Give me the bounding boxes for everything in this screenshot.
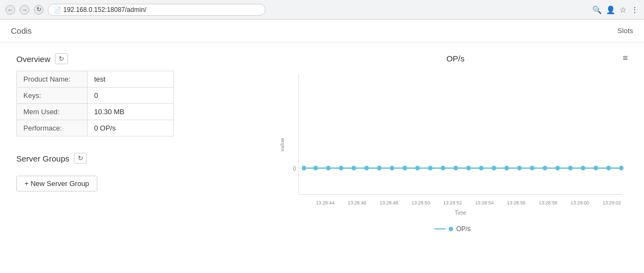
- chart-title: OP/s: [288, 54, 623, 63]
- svg-point-16: [441, 166, 445, 171]
- svg-point-19: [479, 166, 484, 171]
- svg-point-10: [364, 166, 369, 171]
- svg-text:13:28:50: 13:28:50: [411, 200, 430, 205]
- brand-label: Codis: [11, 26, 32, 35]
- browser-icons: 🔍 👤 ☆ ⋮: [592, 5, 639, 14]
- overview-table: Product Name: test Keys: 0 Mem Used: 10.…: [16, 71, 174, 136]
- svg-point-24: [543, 166, 547, 171]
- legend-line: [435, 228, 445, 229]
- svg-point-9: [352, 166, 356, 171]
- svg-point-11: [377, 166, 381, 171]
- svg-point-21: [505, 166, 509, 171]
- svg-text:13:29:00: 13:29:00: [571, 200, 589, 205]
- server-groups-section: Server Groups ↻ + New Server Group: [16, 153, 256, 191]
- chart-container: value 0: [277, 69, 628, 221]
- table-row: Performace: 0 OP/s: [17, 120, 174, 136]
- overview-refresh-button[interactable]: ↻: [55, 53, 68, 64]
- svg-text:value: value: [279, 138, 284, 152]
- more-icon[interactable]: ⋮: [631, 5, 639, 14]
- row-value: 10.30 MB: [88, 104, 174, 120]
- url-text: 📄 192.168.0.152:18087/admin/: [54, 6, 146, 14]
- svg-point-8: [339, 166, 343, 171]
- svg-text:Time: Time: [455, 210, 467, 216]
- overview-title: Overview: [16, 54, 51, 64]
- forward-button[interactable]: →: [20, 5, 29, 15]
- svg-point-18: [466, 166, 470, 171]
- svg-point-23: [530, 166, 534, 171]
- user-icon[interactable]: 👤: [606, 5, 615, 14]
- table-row: Keys: 0: [17, 88, 174, 104]
- svg-text:13:28:52: 13:28:52: [443, 200, 462, 205]
- svg-point-28: [594, 166, 598, 171]
- svg-point-15: [428, 166, 432, 171]
- svg-text:13:28:56: 13:28:56: [507, 200, 525, 205]
- row-label: Mem Used:: [17, 104, 88, 120]
- legend-label: OP/s: [456, 225, 471, 233]
- svg-point-25: [555, 166, 560, 171]
- svg-point-22: [517, 166, 522, 171]
- svg-text:13:28:46: 13:28:46: [348, 200, 366, 205]
- main-content: Overview ↻ Product Name: test Keys: 0 Me…: [0, 42, 644, 244]
- row-value: 0: [88, 88, 174, 104]
- svg-point-14: [416, 166, 420, 171]
- svg-point-12: [390, 166, 394, 171]
- chart-header: OP/s ≡: [277, 53, 628, 63]
- server-groups-title: Server Groups: [16, 154, 70, 163]
- chart-legend: OP/s: [277, 225, 628, 233]
- browser-bar: ← → ↻ 📄 192.168.0.152:18087/admin/ 🔍 👤 ☆…: [0, 0, 644, 20]
- star-icon[interactable]: ☆: [620, 5, 627, 14]
- svg-text:13:28:48: 13:28:48: [380, 200, 398, 205]
- svg-point-13: [403, 166, 407, 171]
- zoom-icon[interactable]: 🔍: [592, 5, 602, 14]
- svg-text:13:28:58: 13:28:58: [539, 200, 558, 205]
- legend-dot: [449, 227, 453, 231]
- svg-text:13:29:02: 13:29:02: [603, 200, 621, 205]
- svg-point-20: [492, 166, 496, 171]
- slots-link[interactable]: Slots: [617, 27, 633, 35]
- top-nav: Codis Slots: [0, 20, 644, 42]
- svg-point-30: [619, 166, 623, 171]
- svg-point-27: [581, 166, 585, 171]
- new-server-group-button[interactable]: + New Server Group: [16, 176, 97, 191]
- chart-svg: value 0: [277, 69, 628, 221]
- row-value: 0 OP/s: [88, 120, 174, 136]
- table-row: Product Name: test: [17, 71, 174, 88]
- url-bar[interactable]: 📄 192.168.0.152:18087/admin/: [48, 4, 265, 16]
- server-groups-header: Server Groups ↻: [16, 153, 256, 164]
- svg-point-26: [568, 166, 573, 171]
- right-panel: OP/s ≡ value 0: [277, 53, 628, 233]
- svg-point-6: [313, 166, 318, 171]
- row-value: test: [88, 71, 174, 88]
- row-label: Performace:: [17, 120, 88, 136]
- left-panel: Overview ↻ Product Name: test Keys: 0 Me…: [16, 53, 256, 233]
- refresh-button[interactable]: ↻: [34, 5, 44, 15]
- svg-point-5: [302, 166, 306, 171]
- overview-header: Overview ↻: [16, 53, 256, 64]
- svg-text:13:28:54: 13:28:54: [475, 200, 493, 205]
- svg-point-29: [606, 166, 611, 171]
- chart-menu-icon[interactable]: ≡: [623, 53, 628, 63]
- server-groups-refresh-button[interactable]: ↻: [74, 153, 87, 164]
- svg-text:0: 0: [293, 166, 296, 172]
- back-button[interactable]: ←: [5, 5, 15, 15]
- row-label: Product Name:: [17, 71, 88, 88]
- svg-point-7: [326, 166, 331, 171]
- row-label: Keys:: [17, 88, 88, 104]
- table-row: Mem Used: 10.30 MB: [17, 104, 174, 120]
- svg-text:13:28:44: 13:28:44: [316, 200, 335, 205]
- svg-point-17: [454, 166, 458, 171]
